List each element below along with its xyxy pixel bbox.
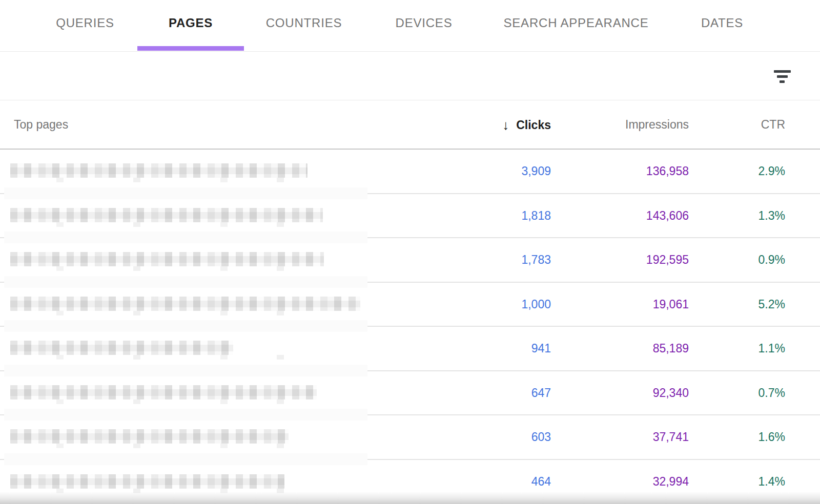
impressions-value: 136,958 bbox=[646, 150, 689, 193]
blur-patch bbox=[4, 453, 367, 465]
tab-pages[interactable]: PAGES bbox=[169, 15, 213, 31]
bottom-cutoff-fade bbox=[0, 492, 820, 504]
tab-search-appearance[interactable]: SEARCH APPEARANCE bbox=[503, 15, 648, 31]
ctr-value: 0.9% bbox=[758, 238, 785, 282]
sort-descending-arrow-icon: ↓ bbox=[502, 117, 509, 133]
clicks-value: 603 bbox=[531, 415, 551, 459]
tab-dates[interactable]: DATES bbox=[701, 15, 743, 31]
impressions-value: 37,741 bbox=[653, 415, 689, 459]
blur-patch bbox=[4, 365, 367, 376]
blur-patch bbox=[4, 276, 367, 288]
tab-devices[interactable]: DEVICES bbox=[396, 15, 453, 31]
clicks-value: 1,818 bbox=[521, 194, 551, 238]
column-header-top-pages: Top pages bbox=[14, 100, 68, 149]
clicks-header-label: Clicks bbox=[516, 118, 551, 132]
impressions-value: 143,606 bbox=[646, 194, 689, 238]
active-tab-underline bbox=[137, 46, 244, 51]
page-url-redacted bbox=[10, 208, 323, 222]
tab-queries[interactable]: QUERIES bbox=[56, 15, 114, 31]
blur-patch bbox=[4, 187, 367, 199]
column-header-clicks[interactable]: ↓Clicks bbox=[502, 100, 551, 149]
page-url-redacted bbox=[10, 252, 324, 266]
table-row[interactable]: 1,818 143,606 1.3% bbox=[0, 194, 820, 239]
filter-button[interactable] bbox=[769, 63, 795, 90]
table-row[interactable]: 647 92,340 0.7% bbox=[0, 371, 820, 416]
ctr-value: 1.6% bbox=[758, 415, 785, 459]
top-pages-table-body: 3,909 136,958 2.9% 1,818 143,606 1.3% 1,… bbox=[0, 150, 820, 504]
tab-countries[interactable]: COUNTRIES bbox=[266, 15, 342, 31]
clicks-value: 1,000 bbox=[521, 283, 551, 326]
clicks-value: 647 bbox=[531, 371, 551, 415]
impressions-value: 19,061 bbox=[653, 283, 689, 326]
table-row[interactable]: 3,909 136,958 2.9% bbox=[0, 150, 820, 194]
ctr-value: 1.3% bbox=[758, 194, 785, 238]
table-row[interactable]: 1,783 192,595 0.9% bbox=[0, 238, 820, 283]
filter-toolbar bbox=[0, 52, 820, 100]
table-row[interactable]: 603 37,741 1.6% bbox=[0, 415, 820, 460]
page-url-redacted bbox=[10, 385, 317, 400]
page-url-redacted bbox=[10, 341, 233, 355]
ctr-value: 2.9% bbox=[758, 150, 785, 193]
impressions-value: 192,595 bbox=[646, 238, 689, 282]
blur-patch bbox=[4, 320, 367, 332]
column-header-ctr[interactable]: CTR bbox=[761, 100, 785, 149]
blur-patch bbox=[4, 409, 367, 421]
page-url-redacted bbox=[10, 297, 360, 311]
table-row[interactable]: 941 85,189 1.1% bbox=[0, 327, 820, 371]
ctr-value: 1.1% bbox=[758, 327, 785, 370]
page-url-redacted bbox=[10, 429, 289, 444]
clicks-value: 941 bbox=[531, 327, 551, 370]
ctr-value: 5.2% bbox=[758, 283, 785, 326]
table-header-row: Top pages ↓Clicks Impressions CTR bbox=[0, 100, 820, 150]
clicks-value: 1,783 bbox=[521, 238, 551, 282]
page-url-redacted bbox=[10, 474, 284, 489]
impressions-value: 85,189 bbox=[653, 327, 689, 370]
impressions-value: 92,340 bbox=[653, 371, 689, 415]
clicks-value: 3,909 bbox=[521, 150, 551, 193]
report-tabbar: QUERIES PAGES COUNTRIES DEVICES SEARCH A… bbox=[0, 0, 820, 51]
ctr-value: 0.7% bbox=[758, 371, 785, 415]
search-console-performance-screen: QUERIES PAGES COUNTRIES DEVICES SEARCH A… bbox=[0, 0, 820, 504]
table-row[interactable]: 1,000 19,061 5.2% bbox=[0, 283, 820, 327]
page-url-redacted bbox=[10, 163, 308, 178]
column-header-impressions[interactable]: Impressions bbox=[625, 100, 689, 149]
blur-patch bbox=[4, 232, 367, 243]
filter-list-icon bbox=[774, 70, 791, 83]
